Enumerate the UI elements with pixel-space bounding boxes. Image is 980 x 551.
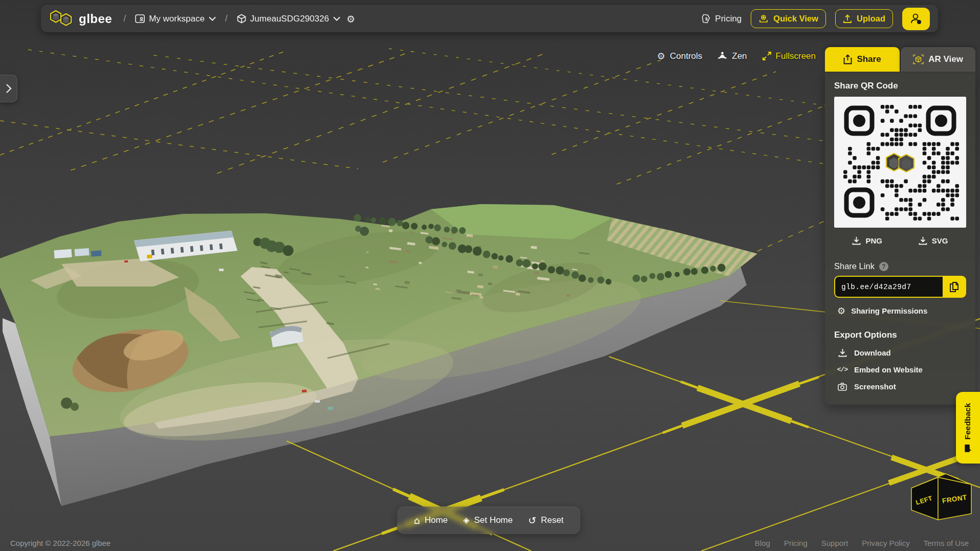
help-icon[interactable]: ? [879, 262, 888, 271]
model-settings-gear-icon[interactable]: ⚙ [346, 13, 355, 25]
share-link-row [834, 276, 966, 298]
set-home-button[interactable]: ◈ Set Home [463, 515, 513, 525]
svg-label: SVG [932, 236, 948, 245]
pricing-label: Pricing [715, 14, 742, 24]
workspace-icon [135, 14, 145, 23]
controls-label: Controls [670, 51, 702, 61]
tab-share[interactable]: Share [825, 47, 900, 72]
speech-bubble-icon [964, 444, 972, 452]
home-label: Home [425, 515, 448, 525]
footer-link-terms[interactable]: Terms of Use [924, 539, 969, 547]
chevron-down-icon [333, 16, 340, 21]
ar-view-icon [913, 54, 924, 64]
reset-label: Reset [541, 515, 563, 525]
quick-view-label: Quick View [773, 14, 818, 24]
share-link-input[interactable] [834, 276, 943, 298]
feedback-button[interactable]: Feedback [956, 392, 980, 464]
top-nav-bar: glbee / My workspace / JumeauSDG290326 ⚙… [41, 5, 938, 32]
set-home-icon: ◈ [463, 516, 469, 524]
upload-button[interactable]: Upload [835, 9, 893, 28]
export-download-button[interactable]: Download [834, 348, 966, 357]
download-icon [919, 236, 927, 245]
user-gear-icon [909, 12, 923, 26]
breadcrumb-separator: / [222, 13, 231, 24]
permissions-gear-icon: ⚙ [837, 305, 845, 316]
set-home-label: Set Home [474, 515, 513, 525]
camera-icon [838, 383, 847, 391]
home-button[interactable]: ⌂ Home [414, 515, 448, 525]
viewport-controls: ⚙ Controls Zen Fullscreen [657, 51, 816, 61]
code-icon: </> [837, 366, 847, 373]
share-link-label: Share Link [834, 261, 875, 271]
download-icon [838, 348, 847, 357]
tab-ar-view-label: AR View [928, 54, 963, 64]
tab-share-label: Share [857, 54, 881, 64]
sharing-permissions-button[interactable]: ⚙ Sharing Permissions [834, 305, 966, 316]
footer-link-pricing[interactable]: Pricing [784, 539, 808, 547]
share-icon [843, 54, 852, 64]
footer-link-blog[interactable]: Blog [755, 539, 770, 547]
export-screenshot-label: Screenshot [854, 382, 896, 391]
qr-center-logo [883, 151, 917, 174]
chevron-down-icon [209, 16, 216, 21]
feedback-label: Feedback [964, 403, 973, 440]
price-tag-icon: $ [702, 14, 711, 24]
copy-icon [949, 281, 960, 293]
pricing-link[interactable]: $ Pricing [702, 14, 742, 24]
copyright-text: Copyright © 2022-2026 glbee [10, 539, 111, 547]
sharing-permissions-label: Sharing Permissions [851, 306, 927, 315]
fullscreen-label: Fullscreen [776, 51, 816, 61]
export-download-label: Download [854, 348, 891, 357]
upload-icon [843, 14, 852, 24]
footer-links: Blog Pricing Support Privacy Policy Term… [755, 539, 969, 547]
png-label: PNG [865, 236, 882, 245]
svg-text:$: $ [705, 16, 708, 21]
zen-meditate-icon [717, 52, 727, 60]
controls-gear-icon: ⚙ [657, 51, 665, 61]
qr-code-heading: Share QR Code [834, 81, 966, 91]
reset-button[interactable]: ↺ Reset [528, 515, 563, 525]
quick-view-eye-icon [758, 14, 769, 23]
footer-link-privacy[interactable]: Privacy Policy [862, 539, 909, 547]
download-icon [852, 236, 861, 245]
zen-label: Zen [732, 51, 747, 61]
download-svg-button[interactable]: SVG [919, 236, 948, 245]
brand-title: glbee [79, 12, 112, 26]
reset-icon: ↺ [528, 516, 536, 525]
share-panel: Share QR Code PNG [825, 72, 975, 405]
chevron-right-icon [6, 83, 12, 94]
export-embed-button[interactable]: </> Embed on Website [834, 365, 966, 374]
account-button[interactable] [902, 8, 930, 30]
copy-link-button[interactable] [943, 276, 966, 298]
breadcrumb-separator: / [120, 13, 129, 24]
tab-ar-view[interactable]: AR View [901, 47, 975, 72]
home-icon: ⌂ [414, 516, 420, 525]
orientation-cube[interactable]: LEFT FRONT [903, 467, 979, 528]
export-options-heading: Export Options [834, 330, 966, 340]
export-screenshot-button[interactable]: Screenshot [834, 382, 966, 391]
fullscreen-button[interactable]: Fullscreen [763, 51, 816, 61]
fullscreen-icon [763, 52, 771, 60]
workspace-label: My workspace [149, 14, 205, 24]
camera-home-bar: ⌂ Home ◈ Set Home ↺ Reset [397, 506, 580, 534]
zen-button[interactable]: Zen [717, 51, 747, 61]
qr-download-row: PNG SVG [834, 236, 966, 245]
breadcrumb-model[interactable]: JumeauSDG290326 [237, 14, 340, 24]
sidebar-expand-button[interactable] [0, 75, 17, 102]
download-png-button[interactable]: PNG [852, 236, 882, 245]
upload-label: Upload [857, 14, 885, 24]
share-link-row-label: Share Link ? [834, 261, 966, 271]
glbee-logo-icon [49, 9, 73, 29]
breadcrumb-workspace[interactable]: My workspace [135, 14, 216, 24]
footer-link-support[interactable]: Support [821, 539, 848, 547]
model-name-label: JumeauSDG290326 [250, 14, 329, 24]
model-cube-icon [237, 14, 246, 24]
quick-view-button[interactable]: Quick View [751, 9, 826, 28]
export-embed-label: Embed on Website [854, 365, 923, 374]
qr-code-image [834, 97, 966, 228]
controls-button[interactable]: ⚙ Controls [657, 51, 702, 61]
